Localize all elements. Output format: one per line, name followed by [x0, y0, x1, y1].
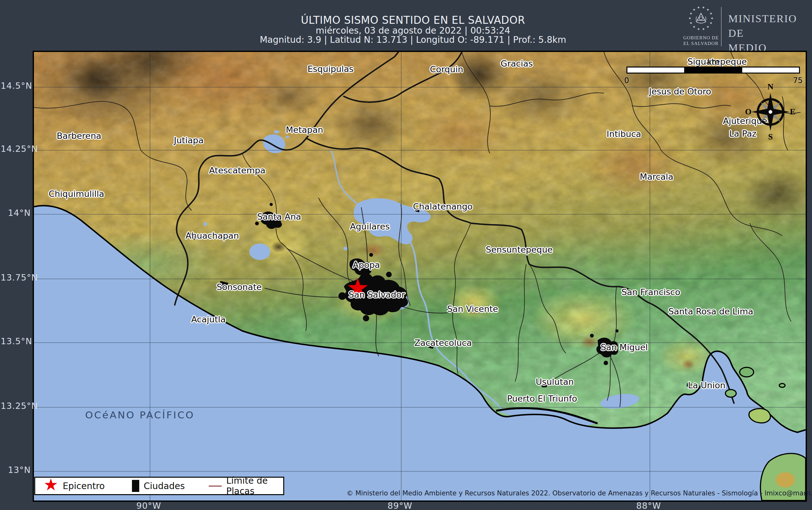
scale-bar — [627, 66, 800, 73]
compass-east-label: E — [790, 107, 795, 117]
legend-cities-label: Ciudades — [144, 481, 185, 491]
cities-legend-icon — [132, 480, 139, 492]
map-viewport[interactable]: EsquipulasCorquinGraciasSiguatepequeJesu… — [33, 51, 807, 502]
legend-plates-label: Límite de Placas — [226, 476, 275, 497]
terrain-map-art — [34, 52, 806, 501]
compass-west-label: O — [745, 107, 751, 117]
government-emblem-icon: ★★★★★★★★★★★★★★ — [688, 5, 714, 32]
lon-tick-label: 90°W — [130, 501, 168, 510]
lat-tick-label: 13.75°N — [1, 273, 31, 282]
svg-text:★: ★ — [689, 17, 692, 20]
scale-unit-label: km — [707, 58, 719, 66]
svg-text:★: ★ — [697, 27, 700, 31]
lon-tick-label: 88°W — [630, 501, 668, 510]
ministry-logo: ★★★★★★★★★★★★★★ GOBIERNO DEEL SALVADOR MI… — [682, 4, 809, 49]
scale-min-label: 0 — [624, 76, 629, 85]
svg-text:★: ★ — [690, 12, 692, 15]
compass-south-label: S — [768, 132, 773, 142]
svg-text:★: ★ — [690, 21, 692, 25]
svg-text:★: ★ — [697, 6, 700, 9]
copyright-credit: © Ministerio del Medio Ambiente y Recurs… — [347, 489, 812, 497]
seismic-map-page: ÚLTIMO SISMO SENTIDO EN EL SALVADOR miér… — [0, 0, 812, 510]
lat-tick-label: 14°N — [1, 208, 31, 218]
legend-epicenter-label: Epicentro — [63, 481, 105, 491]
compass-north-label: N — [767, 82, 774, 92]
epicenter-legend-icon: ★ — [44, 478, 58, 491]
svg-text:★: ★ — [711, 17, 714, 20]
svg-text:★: ★ — [706, 8, 709, 11]
svg-text:★: ★ — [702, 6, 705, 9]
scale-max-label: 75 — [793, 76, 803, 85]
svg-text:★: ★ — [702, 27, 705, 31]
svg-text:★: ★ — [709, 21, 713, 25]
svg-text:★: ★ — [706, 25, 709, 29]
plate-boundary-legend-icon — [209, 486, 222, 486]
map-legend: ★ Epicentro Ciudades Límite de Placas — [34, 477, 284, 495]
svg-text:★: ★ — [709, 12, 713, 15]
lon-tick-label: 89°W — [381, 501, 419, 510]
logo-divider — [721, 7, 722, 46]
compass-rose: N E S O — [748, 90, 793, 134]
lat-tick-label: 13.5°N — [1, 336, 31, 346]
lat-tick-label: 14.5°N — [1, 81, 31, 91]
lat-tick-label: 14.25°N — [1, 144, 31, 154]
svg-text:★: ★ — [693, 25, 696, 29]
lat-tick-label: 13.25°N — [1, 401, 31, 411]
compass-icon — [748, 90, 793, 134]
lat-tick-label: 13°N — [1, 465, 31, 475]
svg-text:★: ★ — [693, 8, 696, 11]
